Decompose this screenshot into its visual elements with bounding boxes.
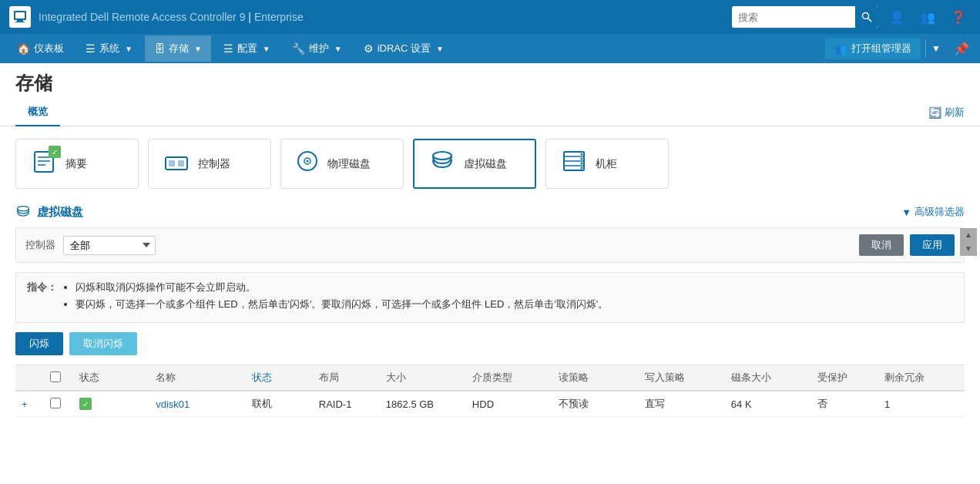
row-stripe-0: 64 K xyxy=(725,391,811,417)
instruction-item-1: 闪烁和取消闪烁操作可能不会立即启动。 xyxy=(76,281,609,294)
top-header-right: 👤 👥 ❓ xyxy=(732,6,971,28)
svg-rect-11 xyxy=(169,160,175,166)
cabinet-card-icon xyxy=(562,150,586,177)
table-header-row: 状态 名称 状态 布局 大小 介质类型 xyxy=(15,365,965,392)
row-size-0: 1862.5 GB xyxy=(380,391,466,417)
svg-rect-12 xyxy=(178,160,184,166)
scroll-down-button[interactable]: ▼ xyxy=(960,242,977,256)
row-status-0: ✓ xyxy=(73,391,150,417)
advanced-filter-button[interactable]: ▼ 高级筛选器 xyxy=(901,205,965,219)
vdisk-name-link-0[interactable]: vdisk01 xyxy=(156,398,190,410)
row-remaining-0: 1 xyxy=(878,391,965,417)
help-icon[interactable]: ❓ xyxy=(946,8,971,26)
filter-left: 控制器 全部 xyxy=(25,236,156,255)
header-media: 介质类型 xyxy=(466,365,552,392)
nav-item-system[interactable]: ☰ 系统 ▼ xyxy=(76,35,142,62)
search-button[interactable] xyxy=(855,6,878,28)
nav-bar: 🏠 仪表板 ☰ 系统 ▼ 🗄 存储 ▼ ☰ 配置 ▼ 🔧 维护 ▼ ⚙ iDRA… xyxy=(0,34,980,63)
header-layout: 布局 xyxy=(313,365,380,392)
refresh-icon: 🔄 xyxy=(928,106,941,119)
row-checkbox-cell-0 xyxy=(44,391,72,417)
app-logo xyxy=(9,6,31,28)
instructions: 指令： 闪烁和取消闪烁操作可能不会立即启动。 要闪烁，可选择一个或多个组件 LE… xyxy=(15,272,965,323)
card-physical-disk[interactable]: 物理磁盘 xyxy=(280,139,404,189)
vdisk-section-header: 虚拟磁盘 ▼ 高级筛选器 xyxy=(15,204,965,220)
svg-point-4 xyxy=(863,13,869,19)
card-summary[interactable]: ✓ 摘要 xyxy=(15,139,139,189)
cabinet-card-label: 机柜 xyxy=(596,157,617,171)
refresh-button[interactable]: 🔄 刷新 xyxy=(928,106,965,126)
nav-item-dashboard[interactable]: 🏠 仪表板 xyxy=(8,35,73,62)
virtual-disk-card-icon xyxy=(430,150,455,178)
nav-item-idrac[interactable]: ⚙ iDRAC 设置 ▼ xyxy=(354,35,453,62)
header-state: 状态 xyxy=(246,365,313,392)
apply-button[interactable]: 应用 xyxy=(910,234,955,256)
row-expand-0[interactable]: + xyxy=(15,391,44,417)
app-title: Integrated Dell Remote Access Controller… xyxy=(39,11,304,23)
scroll-up-button[interactable]: ▲ xyxy=(960,228,977,242)
row-name-0[interactable]: vdisk01 xyxy=(149,391,245,417)
row-read-0: 不预读 xyxy=(552,391,639,417)
svg-rect-2 xyxy=(17,20,23,22)
card-cabinet[interactable]: 机柜 xyxy=(545,139,669,189)
controller-card-label: 控制器 xyxy=(198,157,230,171)
summary-card-label: 摘要 xyxy=(65,157,87,171)
unflash-button[interactable]: 取消闪烁 xyxy=(69,332,137,355)
svg-point-25 xyxy=(18,207,29,211)
vdisk-section: 虚拟磁盘 ▼ 高级筛选器 控制器 全部 取消 应用 指令： 闪烁和取消闪烁操作 xyxy=(0,201,980,425)
tabs: 概览 xyxy=(15,99,60,126)
user-profile-icon[interactable]: 👤 xyxy=(884,8,909,26)
header-name: 名称 xyxy=(149,365,245,392)
config-icon: ☰ xyxy=(223,42,233,55)
filter-label: 控制器 xyxy=(25,238,55,252)
svg-point-23 xyxy=(581,163,583,165)
controller-filter-select[interactable]: 全部 xyxy=(63,236,156,255)
scroll-arrows: ▲ ▼ xyxy=(960,228,977,256)
page-title: 存储 xyxy=(15,71,52,96)
users-icon[interactable]: 👥 xyxy=(915,8,940,26)
select-all-checkbox[interactable] xyxy=(50,371,61,382)
section-cards: ✓ 摘要 控制器 物理磁盘 xyxy=(0,126,980,201)
table-row: + ✓ vdisk01 联机 RAID-1 1862.5 GB HDD 不预读 … xyxy=(15,391,965,417)
cancel-button[interactable]: 取消 xyxy=(859,234,904,256)
physical-disk-card-icon xyxy=(297,150,318,177)
manager-icon: 👥 xyxy=(834,43,847,55)
svg-rect-1 xyxy=(15,12,25,18)
svg-line-5 xyxy=(868,18,872,22)
search-input[interactable] xyxy=(732,6,855,28)
row-checkbox-0[interactable] xyxy=(50,398,61,408)
open-group-manager-button[interactable]: 👥 打开组管理器 xyxy=(825,38,921,59)
nav-item-storage[interactable]: 🗄 存储 ▼ xyxy=(145,35,211,62)
row-protected-0: 否 xyxy=(811,391,878,417)
expand-icon[interactable]: + xyxy=(22,398,28,410)
card-controller[interactable]: 控制器 xyxy=(148,139,271,189)
physical-disk-card-label: 物理磁盘 xyxy=(327,157,371,171)
vdisk-section-title: 虚拟磁盘 xyxy=(15,204,83,220)
pin-icon[interactable]: 📌 xyxy=(951,39,972,59)
card-virtual-disk[interactable]: 虚拟磁盘 xyxy=(413,139,536,189)
top-header-left: Integrated Dell Remote Access Controller… xyxy=(9,6,304,28)
flash-button[interactable]: 闪烁 xyxy=(15,332,63,355)
row-status-check-icon-0: ✓ xyxy=(79,398,92,410)
svg-point-15 xyxy=(307,160,309,163)
search-box[interactable] xyxy=(732,6,878,28)
tab-overview[interactable]: 概览 xyxy=(15,99,60,126)
controller-card-icon xyxy=(164,152,189,176)
nav-item-config[interactable]: ☰ 配置 ▼ xyxy=(214,35,280,62)
header-checkbox-col xyxy=(44,365,72,392)
row-media-0: HDD xyxy=(466,391,552,417)
header-remaining: 剩余冗余 xyxy=(878,365,965,392)
vdisk-title-icon xyxy=(15,204,31,220)
nav-item-maintain[interactable]: 🔧 维护 ▼ xyxy=(283,35,351,62)
tabs-bar: 概览 🔄 刷新 xyxy=(0,99,980,126)
row-state-0: 联机 xyxy=(246,391,313,417)
idrac-icon: ⚙ xyxy=(364,42,374,55)
summary-check-icon: ✓ xyxy=(49,146,61,158)
filter-row: 控制器 全部 取消 应用 xyxy=(15,227,965,263)
page-header: 存储 xyxy=(0,63,980,96)
table-body: + ✓ vdisk01 联机 RAID-1 1862.5 GB HDD 不预读 … xyxy=(15,391,965,417)
virtual-disk-card-label: 虚拟磁盘 xyxy=(464,157,507,171)
maintain-icon: 🔧 xyxy=(292,42,305,55)
nav-right: 👥 打开组管理器 ▼ 📌 xyxy=(825,38,972,59)
open-group-manager-dropdown[interactable]: ▼ xyxy=(925,39,946,58)
